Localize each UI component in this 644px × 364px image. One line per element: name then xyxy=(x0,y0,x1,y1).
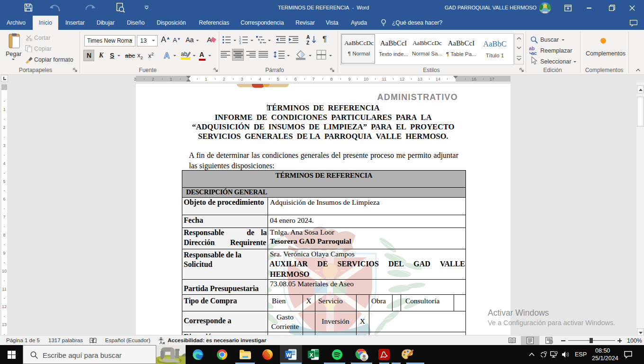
svg-text:3: 3 xyxy=(239,41,241,44)
svg-text:A: A xyxy=(164,51,170,60)
svg-text:W: W xyxy=(286,352,291,358)
svg-text:ac: ac xyxy=(531,50,537,55)
svg-text:A: A xyxy=(306,35,310,40)
svg-text:ab: ab xyxy=(181,51,188,57)
svg-text:X: X xyxy=(310,352,313,358)
svg-text:Z: Z xyxy=(306,40,309,45)
